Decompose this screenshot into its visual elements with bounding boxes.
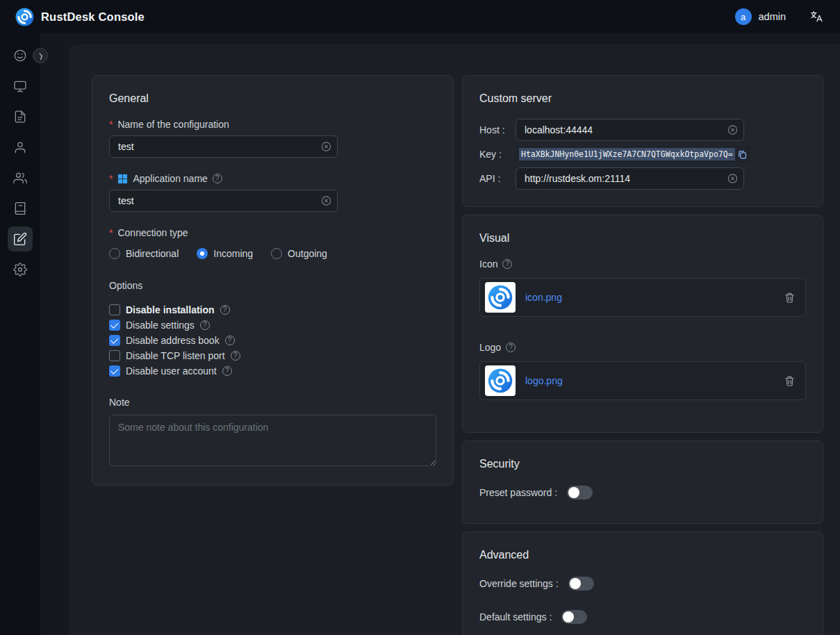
- monitor-icon: [13, 79, 27, 93]
- override-settings-toggle[interactable]: [568, 577, 594, 591]
- options-label: Options: [109, 280, 436, 291]
- default-settings-toggle[interactable]: [561, 610, 587, 624]
- connection-type-radios: Bidirectional Incoming Outgoing: [109, 248, 436, 259]
- checkbox[interactable]: [109, 335, 120, 346]
- right-column: Custom server Host : Key : HtaXBkJNHyn0e…: [462, 75, 823, 635]
- host-input[interactable]: [516, 119, 744, 141]
- radio-bidirectional[interactable]: Bidirectional: [109, 248, 179, 259]
- sidebar-item-dashboard[interactable]: [8, 43, 33, 68]
- visual-title: Visual: [479, 232, 806, 245]
- custom-server-card: Custom server Host : Key : HtaXBkJNHyn0e…: [462, 75, 823, 207]
- checkbox-disable-user-account[interactable]: Disable user account: [109, 363, 436, 379]
- gear-icon: [13, 263, 27, 277]
- app-name-input[interactable]: [109, 190, 338, 212]
- icon-thumbnail: [485, 282, 516, 313]
- override-settings-row: Override settings :: [479, 575, 806, 592]
- security-card: Security Preset password :: [462, 440, 823, 524]
- icon-label: Icon: [479, 258, 806, 270]
- left-column: General Name of the configuration: [92, 75, 454, 486]
- copy-icon[interactable]: [737, 149, 748, 160]
- user-avatar[interactable]: a: [735, 8, 752, 25]
- checkbox[interactable]: [109, 304, 120, 315]
- api-input[interactable]: [516, 167, 744, 190]
- note-textarea[interactable]: [109, 415, 436, 466]
- clear-icon[interactable]: [727, 174, 738, 184]
- radio-dot[interactable]: [197, 248, 208, 259]
- help-icon[interactable]: [225, 336, 235, 345]
- sidebar-item-logs[interactable]: [8, 196, 33, 221]
- general-title: General: [109, 92, 436, 105]
- config-name-field: [109, 135, 338, 158]
- sidebar-item-audit[interactable]: [8, 104, 33, 129]
- connection-type-label: Connection type: [109, 227, 436, 238]
- sidebar-item-groups[interactable]: [8, 165, 33, 190]
- rustdesk-logo-icon: [488, 368, 513, 393]
- brand: RustDesk Console: [15, 8, 145, 26]
- help-icon[interactable]: [220, 305, 230, 315]
- advanced-card: Advanced Override settings : Default set…: [462, 531, 823, 635]
- host-label: Host :: [479, 124, 516, 135]
- key-field: HtaXBkJNHyn0e1U1jWXze7A7CN7QTGWqxkOtpaVp…: [516, 146, 751, 163]
- help-icon[interactable]: [506, 343, 516, 352]
- windows-icon: [117, 174, 128, 184]
- checkbox[interactable]: [109, 350, 120, 361]
- general-card: General Name of the configuration: [92, 75, 454, 486]
- icon-file-link[interactable]: icon.png: [525, 292, 562, 303]
- clear-icon[interactable]: [727, 125, 738, 135]
- language-button[interactable]: [809, 10, 823, 24]
- checkbox[interactable]: [109, 365, 120, 377]
- content-panel: General Name of the configuration: [69, 44, 840, 635]
- user-name[interactable]: admin: [759, 11, 787, 22]
- sidebar-item-custom-client[interactable]: [8, 226, 33, 251]
- trash-icon: [784, 292, 796, 304]
- trash-icon: [784, 375, 796, 387]
- checkbox[interactable]: [109, 320, 120, 331]
- app-name-field: [109, 190, 338, 212]
- help-icon[interactable]: [200, 320, 210, 330]
- app-title: RustDesk Console: [41, 10, 145, 24]
- topbar-right: a admin: [735, 8, 824, 25]
- logo-thumbnail: [485, 365, 516, 396]
- radio-incoming[interactable]: Incoming: [197, 248, 253, 259]
- config-name-input[interactable]: [109, 135, 338, 158]
- api-row: API :: [479, 167, 806, 190]
- required-asterisk: [109, 227, 113, 238]
- preset-password-toggle[interactable]: [567, 486, 593, 500]
- clear-icon[interactable]: [321, 196, 331, 206]
- logbook-icon: [13, 201, 27, 215]
- default-settings-row: Default settings :: [479, 609, 806, 625]
- smiley-icon: [13, 49, 27, 63]
- required-asterisk: [109, 173, 113, 184]
- users-icon: [13, 171, 27, 185]
- checkbox-disable-address-book[interactable]: Disable address book: [109, 333, 436, 348]
- custom-server-title: Custom server: [479, 92, 806, 105]
- radio-outgoing[interactable]: Outgoing: [271, 248, 327, 259]
- chevron-right-icon: [37, 52, 44, 60]
- help-icon[interactable]: [502, 259, 512, 269]
- host-row: Host :: [479, 119, 806, 141]
- translate-icon: [809, 10, 823, 24]
- security-title: Security: [479, 458, 806, 470]
- help-icon[interactable]: [231, 351, 240, 361]
- key-label: Key :: [479, 149, 516, 160]
- checkbox-disable-tcp-listen-port[interactable]: Disable TCP listen port: [109, 348, 436, 363]
- clear-icon[interactable]: [321, 142, 331, 152]
- delete-icon-button[interactable]: [784, 292, 796, 304]
- radio-dot[interactable]: [109, 248, 120, 259]
- sidebar-item-users[interactable]: [8, 135, 33, 160]
- sidebar-expand-button[interactable]: [33, 48, 48, 63]
- host-field: [516, 119, 744, 141]
- config-name-label: Name of the configuration: [109, 119, 436, 130]
- logo-file-link[interactable]: logo.png: [525, 375, 563, 386]
- checkbox-disable-settings[interactable]: Disable settings: [109, 318, 436, 333]
- sidebar-item-devices[interactable]: [8, 74, 33, 99]
- help-icon[interactable]: [213, 174, 222, 183]
- help-icon[interactable]: [222, 366, 232, 376]
- key-row: Key : HtaXBkJNHyn0e1U1jWXze7A7CN7QTGWqxk…: [479, 146, 806, 163]
- checkbox-disable-installation[interactable]: Disable installation: [109, 302, 436, 318]
- note-label: Note: [109, 397, 436, 408]
- api-label: API :: [479, 173, 516, 184]
- radio-dot[interactable]: [271, 248, 282, 259]
- sidebar-item-settings[interactable]: [8, 257, 33, 282]
- delete-logo-button[interactable]: [784, 375, 796, 387]
